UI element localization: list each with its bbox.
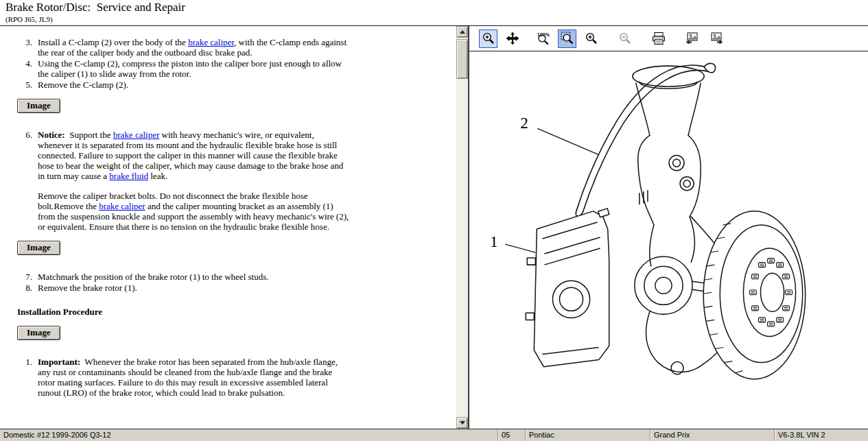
status-dataset: Domestic #12 1999-2006 Q3-12 xyxy=(0,429,497,441)
step-text: Notice: Support the brake caliper with h… xyxy=(38,130,350,181)
pan-arrows-icon xyxy=(506,32,519,45)
step-row: 6.Notice: Support the brake caliper with… xyxy=(17,130,451,232)
next-image-icon xyxy=(709,32,724,45)
image-toolbar: 100% xyxy=(469,26,868,51)
header: Brake Rotor/Disc: Service and Repair (RP… xyxy=(0,0,868,26)
arrow-down-icon xyxy=(460,421,465,425)
step-text: Install a C-clamp (2) over the body of t… xyxy=(38,37,350,58)
next-image-button[interactable] xyxy=(707,29,725,48)
step-row: 8.Remove the brake rotor (1). xyxy=(17,283,451,293)
zoom-fit-button[interactable] xyxy=(558,29,576,48)
scroll-up-button[interactable] xyxy=(456,26,468,38)
print-button[interactable] xyxy=(649,29,668,48)
main-area: 3.Install a C-clamp (2) over the body of… xyxy=(0,26,868,429)
step-list: 7.Matchmark the position of the brake ro… xyxy=(17,272,451,293)
step-list: 3.Install a C-clamp (2) over the body of… xyxy=(17,37,451,90)
image-button[interactable]: Image xyxy=(17,99,60,113)
diagram-canvas[interactable]: 2 1 xyxy=(469,51,868,429)
section-heading: Installation Procedure xyxy=(17,307,451,317)
zoom-window-button[interactable] xyxy=(479,29,497,48)
brake-assembly-diagram: 2 1 xyxy=(469,51,868,429)
magnifier-minus-icon xyxy=(618,32,632,45)
inline-link[interactable]: brake caliper xyxy=(113,130,159,140)
pan-button[interactable] xyxy=(503,29,521,48)
step-body: Remove the brake rotor (1). xyxy=(38,283,137,293)
callout-1-label: 1 xyxy=(490,233,498,250)
callout-2-label: 2 xyxy=(520,114,528,132)
emphasis-label: Important: xyxy=(38,357,80,367)
step-number: 1. xyxy=(17,357,32,398)
image-button[interactable]: Image xyxy=(17,326,60,340)
scrollbar-thumb[interactable] xyxy=(456,39,468,79)
zoom-out-button[interactable] xyxy=(615,29,634,48)
emphasis-label: Notice: xyxy=(38,130,65,140)
step-number: 7. xyxy=(17,272,32,282)
scrollbar-track[interactable] xyxy=(456,38,468,417)
step-number: 8. xyxy=(17,283,32,293)
status-make: Pontiac xyxy=(525,429,650,441)
step-number: 3. xyxy=(17,37,32,58)
zoom-100-button[interactable]: 100% xyxy=(534,29,552,48)
step-list: 6.Notice: Support the brake caliper with… xyxy=(17,130,451,232)
step-body: Install a C-clamp (2) over the body of t… xyxy=(38,37,350,58)
page-title: Brake Rotor/Disc: Service and Repair xyxy=(5,1,863,14)
status-bar: Domestic #12 1999-2006 Q3-12 05 Pontiac … xyxy=(0,429,868,441)
magnifier-plus-icon xyxy=(482,32,495,45)
status-model: Grand Prix xyxy=(650,429,774,441)
step-body: Remove the C-clamp (2). xyxy=(38,80,128,90)
inline-link[interactable]: brake caliper xyxy=(99,201,145,211)
arrow-up-icon xyxy=(460,30,465,34)
step-body: Matchmark the position of the brake roto… xyxy=(38,272,268,282)
step-list: 1.Important: Whenever the brake rotor ha… xyxy=(17,357,451,398)
image-button[interactable]: Image xyxy=(17,241,60,255)
callout-labels: 2 1 xyxy=(490,114,528,250)
step-row: 1.Important: Whenever the brake rotor ha… xyxy=(17,357,451,398)
step-text: Using the C-clamp (2), compress the pist… xyxy=(38,58,350,79)
page-subtitle: (RPO J65, JL9) xyxy=(5,14,863,24)
inline-link[interactable]: brake fluid xyxy=(109,171,148,181)
procedure-content: 3.Install a C-clamp (2) over the body of… xyxy=(0,26,456,429)
svg-text:100%: 100% xyxy=(537,32,550,37)
step-row: 4.Using the C-clamp (2), compress the pi… xyxy=(17,58,451,79)
step-text: Remove the caliper bracket bolts. Do not… xyxy=(38,191,350,232)
step-row: 3.Install a C-clamp (2) over the body of… xyxy=(17,37,451,58)
step-body: Notice: Support the brake caliper with h… xyxy=(38,130,350,232)
inline-link[interactable]: brake caliper xyxy=(188,37,234,47)
step-body: Important: Whenever the brake rotor has … xyxy=(38,357,350,398)
step-body: Using the C-clamp (2), compress the pist… xyxy=(38,58,350,79)
previous-image-icon xyxy=(685,32,700,45)
step-number: 4. xyxy=(17,58,32,79)
status-year: 05 xyxy=(497,429,525,441)
zoom-in-button[interactable] xyxy=(582,29,600,48)
step-text: Remove the brake rotor (1). xyxy=(38,283,137,293)
image-viewer-panel: 100% xyxy=(469,26,868,429)
step-number: 6. xyxy=(17,130,32,232)
step-row: 5.Remove the C-clamp (2). xyxy=(17,80,451,90)
service-manual-window: Brake Rotor/Disc: Service and Repair (RP… xyxy=(0,0,868,441)
scroll-down-button[interactable] xyxy=(456,417,468,429)
status-engine: V6-3.8L VIN 2 xyxy=(774,429,868,441)
printer-icon xyxy=(651,32,666,45)
vertical-scrollbar[interactable] xyxy=(456,26,468,429)
zoom-fit-icon xyxy=(561,32,574,45)
procedure-panel: 3.Install a C-clamp (2) over the body of… xyxy=(0,26,469,429)
step-row: 7.Matchmark the position of the brake ro… xyxy=(17,272,451,282)
step-text: Important: Whenever the brake rotor has … xyxy=(38,357,350,398)
step-text: Matchmark the position of the brake roto… xyxy=(38,272,268,282)
step-text: Remove the C-clamp (2). xyxy=(38,80,128,90)
step-number: 5. xyxy=(17,80,32,90)
brake-caliper-drawing xyxy=(526,208,609,367)
previous-image-button[interactable] xyxy=(683,29,701,48)
zoom-100-icon: 100% xyxy=(537,32,550,45)
magnifier-plus-icon xyxy=(585,32,598,45)
